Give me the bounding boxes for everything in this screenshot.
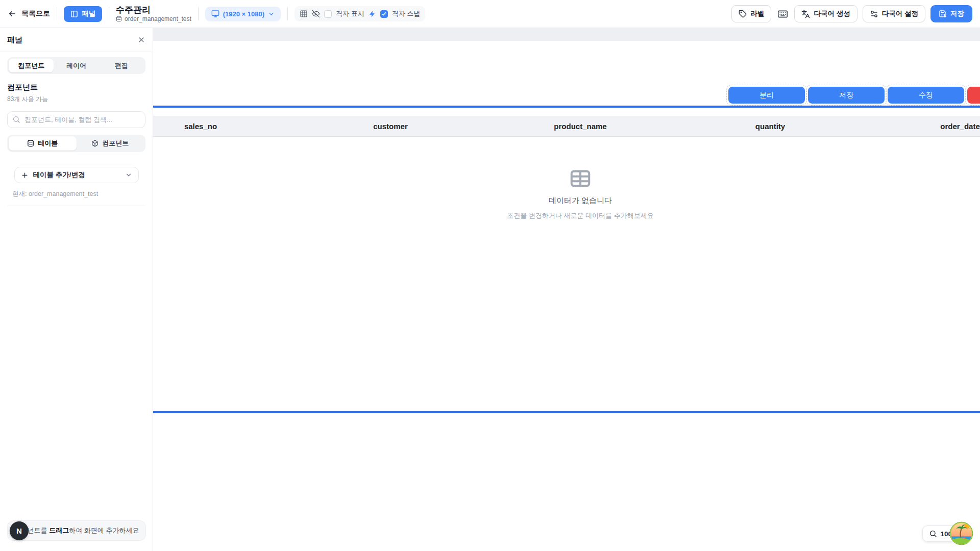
design-canvas[interactable]: 분리 저장 수정 sales_no customer product_name … — [153, 28, 980, 551]
panel-tab-bar: 컴포넌트 레이어 편집 — [7, 57, 145, 74]
panel-header: 패널 — [0, 28, 153, 52]
components-section-title: 컴포넌트 — [7, 83, 145, 92]
canvas-button-danger[interactable] — [967, 87, 980, 104]
grid-icon — [300, 10, 308, 18]
table-grid-icon — [569, 167, 592, 190]
database-icon — [27, 140, 34, 147]
canvas-button-save[interactable]: 저장 — [808, 87, 885, 104]
search-icon — [12, 115, 20, 123]
column-header-product-name[interactable]: product_name — [485, 116, 675, 136]
component-search-input[interactable] — [7, 111, 145, 128]
back-to-list-label: 목록으로 — [21, 9, 50, 18]
grid-snap-checkbox[interactable] — [380, 10, 388, 18]
database-icon — [116, 16, 122, 22]
save-button-text: 저장 — [950, 9, 964, 18]
selected-component-outline[interactable]: 수정 — [886, 85, 966, 106]
bound-table-name: order_management_test — [125, 16, 191, 22]
column-header-quantity[interactable]: quantity — [675, 116, 865, 136]
selection-line-bottom — [153, 411, 980, 413]
label-button[interactable]: 라벨 — [731, 5, 771, 22]
tab-edit[interactable]: 편집 — [99, 59, 144, 72]
magnifier-icon — [929, 530, 937, 538]
toggle-component-label: 컴포넌트 — [102, 139, 129, 148]
lightning-bolt-icon — [369, 10, 376, 18]
back-to-list-button[interactable]: 목록으로 — [8, 9, 50, 18]
column-header-order-date[interactable]: order_date — [865, 116, 980, 136]
i18n-settings-text: 다국어 설정 — [882, 9, 918, 18]
arrow-left-icon — [8, 9, 17, 18]
canvas-button-edit[interactable]: 수정 — [888, 87, 964, 104]
current-table-label: 현재: order_management_test — [7, 190, 145, 198]
divider — [109, 7, 109, 20]
keyboard-shortcuts-button[interactable] — [776, 9, 789, 19]
close-icon — [137, 36, 145, 44]
left-panel: 패널 컴포넌트 레이어 편집 컴포넌트 83개 사용 가능 테이블 — [0, 28, 153, 551]
toolbar-left-group: 목록으로 패널 수주관리 order_management_test (1920 — [8, 6, 425, 22]
grid-empty-state: 데이터가 없습니다 조건을 변경하거나 새로운 데이터를 추가해보세요 — [153, 167, 980, 220]
data-grid-header: sales_no customer product_name quantity … — [153, 116, 980, 137]
grid-show-checkbox[interactable] — [324, 10, 332, 18]
toolbar-right-group: 라벨 다국어 생성 다국어 설정 저장 — [731, 5, 972, 22]
add-change-table-label: 테이블 추가/변경 — [33, 170, 85, 180]
components-count: 83개 사용 가능 — [7, 95, 145, 104]
selection-line-top — [153, 106, 980, 108]
divider — [57, 7, 57, 20]
grid-options-group: 격자 표시 격자 스냅 — [295, 6, 425, 21]
selected-component-outline[interactable]: 분리 — [726, 85, 807, 106]
grid-show-label: 격자 표시 — [336, 9, 364, 18]
eye-off-icon — [312, 10, 320, 18]
panel-close-button[interactable] — [137, 36, 145, 44]
i18n-generate-text: 다국어 생성 — [814, 9, 850, 18]
drag-hint-text: 컴포넌트를 드래그하여 화면에 추가하세요 — [14, 526, 139, 535]
chevron-down-icon — [125, 171, 132, 179]
component-search — [7, 111, 145, 128]
divider — [198, 7, 199, 20]
save-icon — [939, 10, 947, 18]
plus-icon — [21, 171, 29, 179]
selected-component-outline[interactable]: 저장 — [806, 85, 887, 106]
resolution-label: (980 × 551) — [223, 10, 264, 18]
toggle-component[interactable]: 컴포넌트 — [77, 136, 144, 151]
grid-snap-label: 격자 스냅 — [392, 9, 421, 18]
drag-hint: 컴포넌트를 드래그하여 화면에 추가하세요 N — [7, 520, 146, 541]
chevron-down-icon — [268, 11, 275, 17]
add-change-table-button[interactable]: 테이블 추가/변경 — [14, 167, 139, 183]
resolution-selector[interactable]: (980 × 551) — [205, 7, 281, 21]
empty-state-subtitle: 조건을 변경하거나 새로운 데이터를 추가해보세요 — [153, 211, 980, 220]
selected-component-outline[interactable] — [965, 85, 980, 106]
languages-icon — [801, 10, 810, 18]
panel-title: 패널 — [7, 35, 22, 45]
label-button-text: 라벨 — [750, 9, 764, 18]
empty-state-title: 데이터가 없습니다 — [153, 196, 980, 206]
source-toggle: 테이블 컴포넌트 — [7, 135, 145, 152]
panel-toggle-button[interactable]: 패널 — [64, 6, 102, 22]
presence-cursor-badge: N — [10, 521, 29, 540]
page-title: 수주관리 — [116, 6, 191, 14]
i18n-settings-button[interactable]: 다국어 설정 — [863, 5, 925, 22]
divider — [7, 206, 145, 206]
i18n-generate-button[interactable]: 다국어 생성 — [794, 5, 857, 22]
panel-toggle-label: 패널 — [82, 9, 95, 18]
column-header-customer[interactable]: customer — [296, 116, 485, 136]
canvas-button-separate[interactable]: 분리 — [728, 87, 805, 104]
cube-icon — [91, 140, 99, 147]
panel-body: 컴포넌트 83개 사용 가능 테이블 컴포넌트 — [0, 83, 153, 206]
settings-sliders-icon — [870, 10, 878, 18]
monitor-icon — [211, 10, 219, 18]
tag-icon — [739, 10, 747, 18]
tab-components[interactable]: 컴포넌트 — [9, 59, 54, 72]
toggle-table[interactable]: 테이블 — [9, 136, 77, 151]
column-header-sales-no[interactable]: sales_no — [153, 116, 296, 136]
save-button[interactable]: 저장 — [930, 5, 972, 22]
toggle-table-label: 테이블 — [38, 139, 58, 148]
bound-table-ref: order_management_test — [116, 16, 191, 22]
keyboard-icon — [777, 9, 788, 19]
top-toolbar: 목록으로 패널 수주관리 order_management_test (1920 — [0, 0, 980, 28]
canvas-backdrop-strip — [153, 28, 980, 41]
tropical-island-icon — [949, 521, 973, 545]
divider — [287, 7, 288, 20]
page-title-block: 수주관리 order_management_test — [116, 6, 191, 22]
tab-layers[interactable]: 레이어 — [54, 59, 99, 72]
panel-left-icon — [70, 10, 78, 18]
